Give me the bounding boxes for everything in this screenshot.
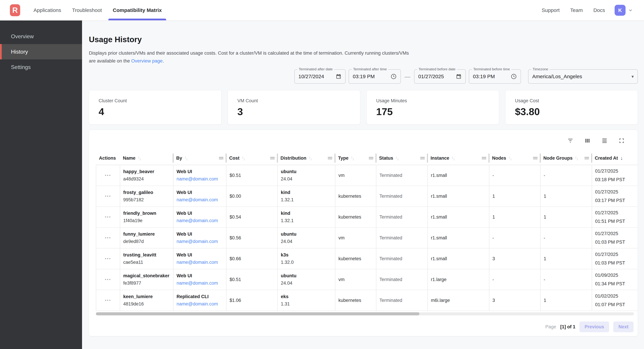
instance-cell: r1.small [428,228,489,248]
status-cell: Terminated [376,269,428,290]
distribution-cell: eks1.31 [278,290,335,311]
nav-link-support[interactable]: Support [542,7,560,13]
density-icon[interactable] [600,137,608,145]
distribution-version: 1.32.0 [281,260,335,265]
fullscreen-icon[interactable] [618,137,626,145]
column-header-type[interactable]: Type↑↓ [335,151,376,165]
sidebar-item-history[interactable]: History [0,44,82,59]
sort-icon: ↑↓ [396,156,399,160]
more-actions-icon: ••• [105,298,111,303]
column-header-status[interactable]: Status↑↓ [376,151,428,165]
cluster-id: fe3f8977 [123,281,173,286]
field-value: 03:19 PM [353,74,388,79]
column-header-node-groups[interactable]: Node Groups↑↓ [540,151,592,165]
more-actions-icon: ••• [105,215,111,219]
distribution-cell: kind1.32.1 [278,186,335,207]
type-cell: kubernetes [335,248,376,269]
tab-troubleshoot[interactable]: Troubleshoot [68,0,106,20]
creator-email-link[interactable]: name@domain.com [176,197,226,203]
sidebar-item-settings[interactable]: Settings [0,59,82,75]
clock-icon[interactable] [390,73,397,79]
node-groups-cell: 1 [540,290,592,311]
column-header-name[interactable]: Name↑↓ [120,151,173,165]
next-page-button[interactable]: Next [613,322,634,332]
column-label: Actions [99,156,116,161]
node-groups-cell: 1 [540,248,592,269]
cluster-name: magical_stonebraker [123,273,173,279]
column-menu-icon[interactable] [533,157,538,159]
sidebar-item-overview[interactable]: Overview [0,29,82,44]
terminated-before-time-field[interactable]: Terminated before time 03:19 PM [469,69,521,84]
column-header-by[interactable]: By↑↓ [173,151,226,165]
filter-icon[interactable] [566,137,574,145]
row-actions-button[interactable]: ••• [96,269,120,290]
column-header-created-at[interactable]: Created At↓ [592,151,638,165]
stat-card: Cluster Count 4 [89,90,222,125]
column-menu-icon[interactable] [219,157,224,159]
created-at-cell: 01/09/202501:34 PM PST [592,269,638,290]
nav-link-docs[interactable]: Docs [594,7,605,13]
instance-value: r1.large [431,277,489,282]
columns-icon[interactable] [583,137,592,145]
row-actions-button[interactable]: ••• [96,228,120,248]
node-groups-cell: - [540,165,592,186]
cluster-name: friendly_brown [123,211,173,216]
creator-email-link[interactable]: name@domain.com [176,260,226,265]
created-at-cell: 01/27/202503:18 PM PST [592,165,638,186]
account-menu[interactable]: K [614,5,633,16]
distribution-name: eks [281,294,335,299]
calendar-icon[interactable] [456,74,462,79]
horizontal-scrollbar-thumb[interactable] [96,312,420,315]
column-menu-icon[interactable] [369,157,373,159]
creator-email-link[interactable]: name@domain.com [176,281,226,286]
sort-icon: ↑↓ [138,156,141,160]
column-menu-icon[interactable] [420,157,425,159]
terminated-after-time-field[interactable]: Terminated after time 03:19 PM [349,69,401,84]
terminated-before-date-field[interactable]: Terminated before date 01/27/2025 [414,69,466,84]
tab-compatibility-matrix[interactable]: Compatibility Matrix [108,0,166,20]
created-at-cell: 01/27/202503:17 PM PST [592,186,638,207]
horizontal-scrollbar-track[interactable] [96,312,634,315]
stat-label: Usage Minutes [376,98,499,103]
creator-email-link[interactable]: name@domain.com [176,176,226,182]
nodes-cell: 3 [489,248,540,269]
column-label: Node Groups [543,156,572,161]
overview-page-link[interactable]: Overview page [131,58,162,63]
created-by-source: Web UI [176,211,226,216]
column-menu-icon[interactable] [270,157,275,159]
creator-email-link[interactable]: name@domain.com [176,239,226,244]
calendar-icon[interactable] [336,74,342,79]
status-badge: Terminated [380,173,428,178]
terminated-after-date-field[interactable]: Terminated after date 10/27/2024 [294,69,346,84]
usage-table-card: Actions Name↑↓ By↑↓ Cost↑↓ Distribution↑… [89,130,638,336]
creator-email-link[interactable]: name@domain.com [176,301,226,307]
row-actions-button[interactable]: ••• [96,248,120,269]
distribution-name: kind [281,190,335,195]
column-menu-icon[interactable] [584,157,589,159]
nav-link-team[interactable]: Team [570,7,583,13]
type-value: kubernetes [338,194,376,199]
creator-email-link[interactable]: name@domain.com [176,218,226,223]
replicated-logo[interactable]: R [10,4,20,16]
previous-page-button[interactable]: Previous [580,322,609,332]
type-value: vm [338,277,376,282]
column-header-distribution[interactable]: Distribution↑↓ [278,151,335,165]
timezone-select[interactable]: Timezone America/Los_Angeles ▾ [528,69,638,84]
column-header-instance[interactable]: Instance↑↓ [428,151,489,165]
column-menu-icon[interactable] [482,157,486,159]
clock-icon[interactable] [511,73,517,79]
instance-value: r1.small [431,173,489,178]
row-actions-button[interactable]: ••• [96,290,120,311]
created-by-source: Web UI [176,169,226,174]
top-nav: R Applications Troubleshoot Compatibilit… [0,0,644,20]
column-header-nodes[interactable]: Nodes↑↓ [489,151,540,165]
nav-tabs: Applications Troubleshoot Compatibility … [29,0,166,20]
row-actions-button[interactable]: ••• [96,207,120,228]
page-description: Displays prior clusters/VMs and their as… [89,49,416,65]
column-menu-icon[interactable] [328,157,332,159]
column-header-cost[interactable]: Cost↑↓ [226,151,278,165]
created-time: 03:18 PM PST [595,176,638,183]
tab-applications[interactable]: Applications [29,0,66,20]
row-actions-button[interactable]: ••• [96,165,120,186]
row-actions-button[interactable]: ••• [96,186,120,207]
